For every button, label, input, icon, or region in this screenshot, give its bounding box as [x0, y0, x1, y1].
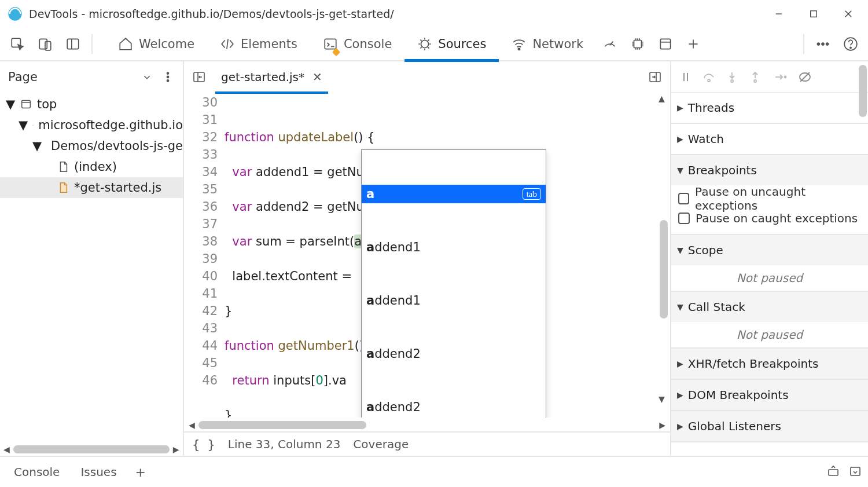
- inspect-element-button[interactable]: [3, 30, 31, 58]
- device-emulation-button[interactable]: [31, 30, 59, 58]
- title-bar: DevTools - microsoftedge.github.io/Demos…: [0, 0, 868, 28]
- svg-point-21: [826, 43, 829, 45]
- svg-rect-10: [325, 39, 336, 49]
- maximize-button[interactable]: [796, 0, 831, 28]
- svg-rect-6: [39, 39, 47, 49]
- autocomplete-item[interactable]: addend1: [362, 291, 546, 310]
- file-tab-label: get-started.js*: [221, 70, 304, 84]
- svg-rect-45: [851, 467, 860, 475]
- close-button[interactable]: [831, 0, 866, 28]
- deactivate-breakpoints-button[interactable]: [795, 63, 815, 91]
- tab-welcome[interactable]: Welcome: [105, 27, 207, 61]
- section-threads[interactable]: ▶Threads: [671, 93, 868, 123]
- navigator-sidebar: Page ▼ top ▼ microsoftedge.github.io ▼ D…: [0, 61, 184, 456]
- window-title: DevTools - microsoftedge.github.io/Demos…: [29, 8, 394, 20]
- svg-point-26: [167, 80, 168, 82]
- activity-bar-button[interactable]: [59, 30, 87, 58]
- main-toolbar: Welcome Elements Console Sources Network: [0, 28, 868, 61]
- svg-rect-14: [634, 41, 642, 48]
- tab-application[interactable]: [652, 30, 679, 58]
- section-watch[interactable]: ▶Watch: [671, 124, 868, 154]
- help-button[interactable]: [837, 30, 865, 58]
- tab-label: Network: [532, 37, 583, 51]
- minimize-button[interactable]: [762, 0, 796, 28]
- pause-button[interactable]: [676, 63, 696, 91]
- close-icon[interactable]: ✕: [312, 70, 322, 84]
- navigator-dropdown-button[interactable]: [137, 63, 157, 91]
- tree-item-domain[interactable]: ▼ microsoftedge.github.io: [0, 115, 183, 136]
- tab-sources[interactable]: Sources: [404, 27, 499, 61]
- autocomplete-popup[interactable]: atab addend1 addend1 addend2 addend2 add…: [361, 149, 546, 418]
- navigator-tab-page[interactable]: Page: [8, 70, 137, 84]
- separator: [803, 34, 804, 54]
- section-scope[interactable]: ▼Scope: [671, 235, 868, 265]
- svg-point-37: [731, 80, 733, 82]
- drawer-collapse-button[interactable]: [848, 464, 862, 481]
- tab-network[interactable]: Network: [499, 27, 596, 61]
- autocomplete-item[interactable]: addend2: [362, 345, 546, 363]
- tab-elements[interactable]: Elements: [207, 27, 310, 61]
- drawer-tab-issues[interactable]: Issues: [72, 456, 124, 487]
- tab-console[interactable]: Console: [310, 27, 404, 61]
- svg-point-24: [167, 72, 168, 74]
- autocomplete-item[interactable]: atab: [362, 185, 546, 203]
- svg-rect-8: [67, 39, 79, 49]
- section-global-listeners[interactable]: ▶Global Listeners: [671, 411, 868, 441]
- step-over-button[interactable]: [699, 63, 719, 91]
- autocomplete-item[interactable]: addend1: [362, 238, 546, 257]
- drawer-add-tab-button[interactable]: +: [130, 465, 152, 479]
- section-call-stack[interactable]: ▼Call Stack: [671, 292, 868, 322]
- autocomplete-item[interactable]: addend2: [362, 398, 546, 416]
- tab-label: Welcome: [139, 37, 194, 51]
- editor-horizontal-scrollbar[interactable]: ◀▶: [184, 418, 670, 431]
- tree-item-top[interactable]: ▼ top: [0, 94, 183, 115]
- section-breakpoints[interactable]: ▼Breakpoints: [671, 155, 868, 185]
- svg-point-11: [421, 41, 429, 48]
- checkbox-pause-caught[interactable]: Pause on caught exceptions: [672, 208, 867, 228]
- tree-item-index[interactable]: (index): [0, 156, 183, 177]
- editor-vertical-scrollbar[interactable]: ▲ ▼: [660, 93, 670, 418]
- debugger-vertical-scrollbar[interactable]: [859, 63, 868, 455]
- tree-label: Demos/devtools-js-get-started: [51, 139, 183, 153]
- tab-label: Elements: [241, 37, 297, 51]
- more-tabs-button[interactable]: [679, 30, 707, 58]
- svg-rect-2: [811, 11, 817, 17]
- step-into-button[interactable]: [722, 63, 742, 91]
- svg-rect-15: [660, 39, 670, 49]
- svg-point-12: [518, 48, 520, 50]
- toggle-navigator-button[interactable]: [189, 63, 209, 91]
- line-number-gutter[interactable]: 3031323334353637383940414243444546: [184, 93, 225, 418]
- tree-label: (index): [74, 160, 117, 174]
- file-tree[interactable]: ▼ top ▼ microsoftedge.github.io ▼ Demos/…: [0, 93, 183, 443]
- svg-point-20: [822, 43, 824, 45]
- devtools-app-icon: [7, 6, 23, 22]
- code-editor[interactable]: } function updateLabel() { var addend1 =…: [225, 93, 660, 418]
- sidebar-horizontal-scrollbar[interactable]: ◀▶: [0, 443, 183, 456]
- checkbox-pause-uncaught[interactable]: Pause on uncaught exceptions: [672, 189, 867, 208]
- panel-tabs: Welcome Elements Console Sources Network: [105, 27, 707, 61]
- drawer-bar: Console Issues +: [0, 456, 868, 487]
- tab-memory[interactable]: [624, 30, 652, 58]
- tree-item-folder[interactable]: ▼ Demos/devtools-js-get-started: [0, 136, 183, 156]
- tab-label: Console: [344, 37, 392, 51]
- pretty-print-button[interactable]: { }: [192, 437, 215, 452]
- step-button[interactable]: [768, 63, 792, 91]
- scope-not-paused: Not paused: [671, 265, 868, 291]
- cursor-position: Line 33, Column 23: [228, 437, 341, 451]
- tree-item-file[interactable]: *get-started.js: [0, 177, 183, 198]
- settings-button[interactable]: [809, 30, 837, 58]
- section-dom-breakpoints[interactable]: ▶DOM Breakpoints: [671, 380, 868, 410]
- navigator-more-button[interactable]: [157, 63, 178, 91]
- debugger-panel: ▶Threads ▶Watch ▼Breakpoints Pause on un…: [671, 61, 868, 456]
- toggle-debugger-button[interactable]: [645, 63, 665, 91]
- drawer-expand-button[interactable]: [826, 464, 840, 481]
- svg-point-25: [167, 76, 168, 78]
- section-xhr-breakpoints[interactable]: ▶XHR/fetch Breakpoints: [671, 349, 868, 379]
- tree-label: *get-started.js: [74, 181, 161, 195]
- step-out-button[interactable]: [745, 63, 765, 91]
- separator: [91, 34, 93, 54]
- editor-file-tab[interactable]: get-started.js* ✕: [215, 61, 328, 93]
- tab-performance[interactable]: [596, 30, 624, 58]
- tree-label: microsoftedge.github.io: [38, 118, 183, 132]
- drawer-tab-console[interactable]: Console: [6, 456, 68, 487]
